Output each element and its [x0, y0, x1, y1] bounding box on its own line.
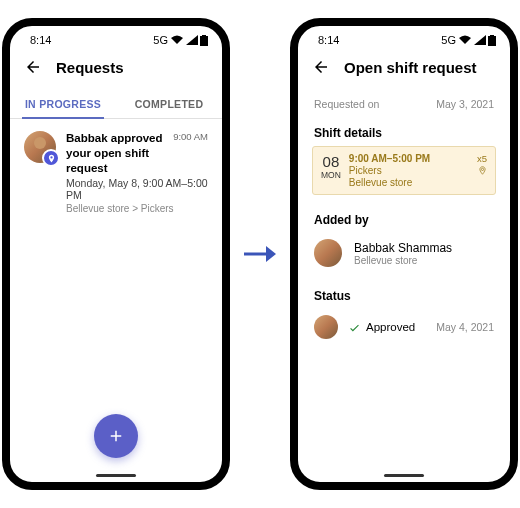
svg-rect-0 — [200, 36, 208, 46]
requested-on-label: Requested on — [314, 98, 379, 110]
shift-details-label: Shift details — [298, 124, 510, 146]
status-date: May 4, 2021 — [436, 321, 494, 333]
shift-card[interactable]: 08 MON 9:00 AM–5:00 PM x5 Pickers Bellev… — [312, 146, 496, 195]
network-label: 5G — [441, 34, 456, 46]
open-shift-badge-icon — [42, 149, 60, 167]
shift-store: Bellevue store — [349, 177, 487, 188]
signal-icon — [186, 35, 198, 45]
svg-rect-4 — [490, 35, 494, 36]
battery-icon — [200, 35, 208, 46]
avatar-wrap — [24, 131, 56, 163]
battery-icon — [488, 35, 496, 46]
plus-icon — [107, 427, 125, 445]
wifi-icon — [170, 35, 184, 45]
clock: 8:14 — [318, 34, 339, 46]
svg-rect-1 — [202, 35, 206, 36]
home-indicator[interactable] — [384, 474, 424, 477]
wifi-icon — [458, 35, 472, 45]
status-icons: 5G — [441, 34, 496, 46]
requested-on-date: May 3, 2021 — [436, 98, 494, 110]
added-by-store: Bellevue store — [354, 255, 452, 266]
page-title: Requests — [56, 59, 124, 76]
status-bar: 8:14 5G — [298, 26, 510, 50]
shift-multiplier: x5 — [477, 153, 487, 164]
requested-on-row: Requested on May 3, 2021 — [298, 88, 510, 124]
back-icon[interactable] — [24, 58, 42, 76]
phone-detail: 8:14 5G Open shift request Requested on … — [290, 18, 518, 490]
network-label: 5G — [153, 34, 168, 46]
flow-arrow-icon — [244, 244, 276, 264]
request-body: Babbak approved your open shift request … — [66, 131, 208, 214]
status-icons: 5G — [153, 34, 208, 46]
status-row: Approved May 4, 2021 — [298, 309, 510, 345]
tab-in-progress[interactable]: IN PROGRESS — [10, 88, 116, 118]
tab-completed[interactable]: COMPLETED — [116, 88, 222, 118]
added-by-label: Added by — [298, 211, 510, 233]
shift-group: Pickers — [349, 165, 382, 176]
shift-date: 08 MON — [321, 153, 341, 188]
shift-day-number: 08 — [321, 153, 341, 170]
svg-rect-3 — [488, 36, 496, 46]
added-by-row[interactable]: Babbak Shammas Bellevue store — [298, 233, 510, 273]
clock: 8:14 — [30, 34, 51, 46]
shift-body: 9:00 AM–5:00 PM x5 Pickers Bellevue stor… — [349, 153, 487, 188]
request-breadcrumb: Bellevue store > Pickers — [66, 203, 208, 214]
phone-requests: 8:14 5G Requests IN PROGRESS COMPLETED B… — [2, 18, 230, 490]
shift-day-weekday: MON — [321, 170, 341, 180]
signal-icon — [474, 35, 486, 45]
add-button[interactable] — [94, 414, 138, 458]
request-time: 9:00 AM — [173, 131, 208, 176]
avatar — [314, 239, 342, 267]
status-label: Status — [298, 287, 510, 309]
page-title: Open shift request — [344, 59, 477, 76]
home-indicator[interactable] — [96, 474, 136, 477]
request-subtitle: Monday, May 8, 9:00 AM–5:00 PM — [66, 177, 208, 201]
header: Requests — [10, 50, 222, 88]
check-icon — [348, 321, 361, 334]
back-icon[interactable] — [312, 58, 330, 76]
request-title: Babbak approved your open shift request — [66, 131, 165, 176]
location-icon — [478, 166, 487, 175]
avatar — [314, 315, 338, 339]
added-by-name: Babbak Shammas — [354, 241, 452, 255]
header: Open shift request — [298, 50, 510, 88]
request-item[interactable]: Babbak approved your open shift request … — [10, 119, 222, 226]
status-bar: 8:14 5G — [10, 26, 222, 50]
shift-time: 9:00 AM–5:00 PM — [349, 153, 430, 164]
tabs: IN PROGRESS COMPLETED — [10, 88, 222, 119]
status-text: Approved — [366, 321, 415, 333]
